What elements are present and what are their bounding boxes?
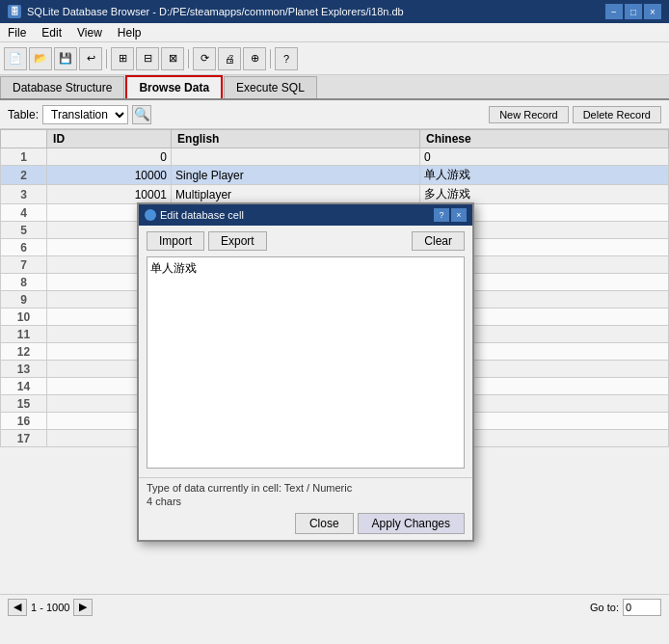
separator-2 — [188, 49, 189, 68]
row-number: 14 — [1, 378, 47, 395]
separator-1 — [106, 49, 107, 68]
app-icon: 🗄 — [8, 5, 21, 18]
row-number: 17 — [1, 430, 47, 447]
modal-title: Edit database cell — [160, 209, 244, 221]
close-button[interactable]: × — [644, 4, 661, 19]
cell-type-info: Type of data currently in cell: Text / N… — [147, 482, 465, 494]
row-number: 11 — [1, 326, 47, 343]
row-number: 6 — [1, 239, 47, 256]
modify-table-button[interactable]: ⊠ — [161, 47, 184, 70]
cell-id[interactable]: 10001 — [47, 185, 172, 204]
maximize-button[interactable]: □ — [625, 4, 642, 19]
help-toolbar-button[interactable]: ? — [275, 47, 298, 70]
modal-footer: Type of data currently in cell: Text / N… — [139, 477, 472, 540]
tab-execute-sql[interactable]: Execute SQL — [224, 76, 317, 98]
cell-id[interactable]: 0 — [47, 148, 172, 166]
tab-bar: Database Structure Browse Data Execute S… — [0, 75, 669, 100]
cell-chinese[interactable]: 0 — [420, 148, 669, 166]
col-header-id[interactable]: ID — [47, 130, 172, 148]
row-number: 9 — [1, 291, 47, 309]
new-table-button[interactable]: ⊞ — [111, 47, 134, 70]
modal-action-row: Import Export Clear — [147, 231, 465, 251]
cell-chars-info: 4 chars — [147, 496, 465, 507]
new-index-button[interactable]: ⟳ — [193, 47, 216, 70]
table-select[interactable]: Translation — [42, 105, 128, 124]
table-bar: Table: Translation 🔍 New Record Delete R… — [0, 100, 669, 129]
row-number: 1 — [1, 148, 47, 166]
cell-english[interactable]: Multiplayer — [172, 185, 420, 204]
table-header: ID English Chinese — [1, 130, 669, 148]
menu-bar: File Edit View Help — [0, 23, 669, 42]
toolbar: 📄 📂 💾 ↩ ⊞ ⊟ ⊠ ⟳ 🖨 ⊕ ? — [0, 42, 669, 75]
goto-label: Go to: — [590, 602, 619, 613]
tab-browse-data[interactable]: Browse Data — [125, 75, 223, 98]
row-number: 12 — [1, 343, 47, 361]
print-button[interactable]: ⊕ — [243, 47, 266, 70]
cell-chinese[interactable]: 单人游戏 — [420, 166, 669, 185]
table-row[interactable]: 310001Multiplayer多人游戏 — [1, 185, 669, 204]
cell-english[interactable]: Single Player — [172, 166, 420, 185]
menu-edit[interactable]: Edit — [38, 25, 66, 40]
delete-index-button[interactable]: 🖨 — [218, 47, 241, 70]
cell-chinese[interactable]: 多人游戏 — [420, 185, 669, 204]
row-number: 8 — [1, 274, 47, 291]
menu-view[interactable]: View — [73, 25, 106, 40]
edit-cell-dialog[interactable]: Edit database cell ? × Import Export Cle… — [137, 202, 474, 542]
row-number: 5 — [1, 222, 47, 239]
row-number: 15 — [1, 395, 47, 413]
pagination-bar: ◀ 1 - 1000 ▶ Go to: — [0, 594, 669, 619]
page-range: 1 - 1000 — [31, 602, 69, 613]
delete-record-button[interactable]: Delete Record — [573, 106, 661, 123]
table-label: Table: — [8, 108, 39, 121]
title-bar: 🗄 SQLite Database Browser - D:/PE/steama… — [0, 0, 669, 23]
save-button[interactable]: 💾 — [54, 47, 77, 70]
menu-file[interactable]: File — [4, 25, 30, 40]
prev-page-button[interactable]: ◀ — [8, 599, 27, 616]
separator-3 — [270, 49, 271, 68]
new-db-button[interactable]: 📄 — [4, 47, 27, 70]
next-page-button[interactable]: ▶ — [73, 599, 93, 616]
modal-icon — [145, 209, 156, 221]
col-header-rownum — [1, 130, 47, 148]
open-button[interactable]: 📂 — [29, 47, 52, 70]
row-number: 4 — [1, 204, 47, 222]
table-row[interactable]: 100 — [1, 148, 669, 166]
table-row[interactable]: 210000Single Player单人游戏 — [1, 166, 669, 185]
cell-id[interactable]: 10000 — [47, 166, 172, 185]
new-record-button[interactable]: New Record — [489, 106, 569, 123]
modal-controls: ? × — [434, 208, 467, 222]
row-number: 16 — [1, 413, 47, 430]
export-button[interactable]: Export — [208, 231, 267, 251]
row-number: 13 — [1, 361, 47, 378]
apply-changes-button[interactable]: Apply Changes — [358, 513, 465, 534]
goto-input[interactable] — [623, 599, 661, 616]
col-header-chinese[interactable]: Chinese — [420, 130, 669, 148]
modal-titlebar: Edit database cell ? × — [139, 204, 472, 226]
delete-table-button[interactable]: ⊟ — [136, 47, 159, 70]
row-number: 7 — [1, 256, 47, 274]
modal-body: Import Export Clear 单人游戏 — [139, 226, 472, 477]
row-number: 3 — [1, 185, 47, 204]
modal-close-title-button[interactable]: × — [451, 208, 467, 222]
modal-help-button[interactable]: ? — [434, 208, 449, 222]
table-search-button[interactable]: 🔍 — [132, 105, 151, 124]
cell-english[interactable] — [172, 148, 420, 166]
col-header-english[interactable]: English — [172, 130, 420, 148]
row-number: 10 — [1, 309, 47, 326]
modal-footer-buttons: Close Apply Changes — [147, 513, 465, 534]
close-dialog-button[interactable]: Close — [295, 513, 354, 534]
cell-editor[interactable]: 单人游戏 — [147, 256, 465, 469]
revert-button[interactable]: ↩ — [79, 47, 102, 70]
window-title: SQLite Database Browser - D:/PE/steamapp… — [27, 6, 404, 17]
menu-help[interactable]: Help — [114, 25, 146, 40]
clear-button[interactable]: Clear — [412, 231, 465, 251]
window-controls: − □ × — [605, 4, 661, 19]
import-button[interactable]: Import — [147, 231, 204, 251]
minimize-button[interactable]: − — [605, 4, 623, 19]
row-number: 2 — [1, 166, 47, 185]
tab-database-structure[interactable]: Database Structure — [0, 76, 124, 98]
